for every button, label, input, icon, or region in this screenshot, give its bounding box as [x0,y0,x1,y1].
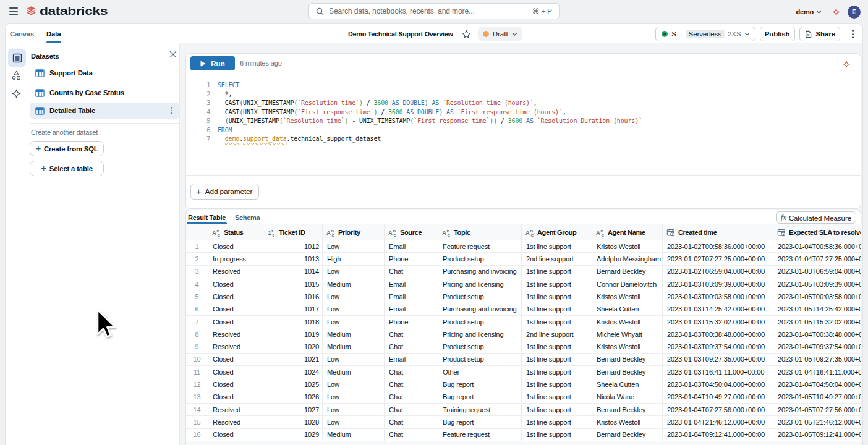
column-header[interactable]: ABCAgent Name [592,224,663,240]
table-row[interactable]: 3Resolved1014LowChatPurchasing and invoi… [186,266,861,278]
dataset-item[interactable]: Detailed Table [30,103,179,119]
line-number: 2 [186,90,210,100]
calculated-measure-button[interactable]: fx Calculated Measure [776,211,856,224]
workspace-switcher[interactable]: demo [796,8,822,15]
column-header-label: Expected SLA to resolve [789,229,861,236]
user-avatar[interactable]: E [848,6,861,19]
table-row[interactable]: 15Resolved1028LowChatBug report1st line … [186,416,861,428]
column-header[interactable]: 123Ticket ID [263,224,323,240]
table-row[interactable]: 13Closed1026LowChatBug report1st line su… [186,391,861,404]
timestamp-type-icon [666,228,675,237]
table-row[interactable]: 6Closed1017LowEmailPurchasing and invoic… [186,303,861,316]
table-cell: Medium [323,328,385,340]
tab-schema[interactable]: Schema [233,210,262,224]
table-cell: Sheela Cutten [592,303,663,315]
table-cell: 1st line support [522,404,592,415]
dataset-item[interactable]: Counts by Case Status [30,83,179,103]
tab-result-table[interactable]: Result Table [187,210,227,224]
assistant-sparkle-icon[interactable] [843,61,850,68]
run-button[interactable]: Run [190,56,235,70]
table-row[interactable]: 11Closed1024MediumChatOther1st line supp… [186,366,861,378]
table-cell: Purchasing and invoicing [438,266,522,278]
table-cell: 2023-01-05T21:46:12.000+00:00 [773,416,861,428]
table-cell: Low [323,378,385,390]
column-header[interactable]: ABCPriority [323,224,385,240]
table-cell: Adolpho Messingham [592,253,663,265]
table-row[interactable]: 5Closed1016LowEmailProduct setup1st line… [186,290,861,303]
share-button[interactable]: Share [799,27,840,41]
table-row[interactable]: 9Resolved1020MediumChatProduct setup1st … [186,341,861,354]
table-cell: Training request [438,404,522,415]
row-number: 12 [186,378,208,390]
code-line: 5 (UNIX_TIMESTAMP(`Resolution time`) - U… [186,117,861,126]
table-cell: Michele Whyatt [592,328,663,340]
table-cell: 2023-01-03T09:27:35.000+00:00 [663,354,773,365]
hamburger-menu-icon[interactable] [9,7,18,15]
table-row[interactable]: 2In progress1013HighPhoneProduct setup2n… [186,253,861,265]
column-header[interactable]: Created time [663,224,773,240]
table-row[interactable]: 7Closed1018LowPhoneProduct setup1st line… [186,316,861,328]
search-shortcut: ⌘ + P [532,7,552,15]
column-header[interactable]: ABCTopic [438,224,522,240]
row-number: 13 [186,391,208,403]
table-row[interactable]: 16Closed1029MediumChatFeature request1st… [186,429,861,441]
table-cell: Bernard Beckley [592,266,663,278]
table-row[interactable]: 1Closed1012LowEmailFeature request1st li… [186,240,861,253]
horizontal-scrollbar[interactable] [186,441,861,445]
table-row[interactable]: 12Closed1025LowChatBug report1st line su… [186,378,861,391]
select-a-table-button[interactable]: +Select a table [30,161,104,176]
favorite-star-icon[interactable] [462,30,471,39]
column-header[interactable]: Expected SLA to resolve [773,224,861,240]
table-cell: 1020 [263,341,323,353]
assistant-sparkle-icon[interactable] [832,8,840,16]
table-cell: 2023-01-04T07:27:56.000+00:00 [663,404,773,415]
rail-datasets-icon[interactable] [8,49,26,67]
table-cell: 2nd line support [522,328,592,340]
dataset-item-menu-icon[interactable] [170,106,174,116]
global-search-input[interactable]: Search data, notebooks, recents, and mor… [308,3,560,19]
table-cell: Other [438,366,522,378]
rail-data-model-icon[interactable] [12,70,21,80]
draft-status-chip[interactable]: Draft [478,27,522,41]
create-from-sql-button[interactable]: +Create from SQL [30,141,104,156]
column-header-label: Source [400,229,422,236]
row-number: 2 [186,253,208,265]
table-cell: 1st line support [522,354,592,365]
code-line: 6FROM [186,126,861,135]
databricks-logo-icon[interactable] [26,6,36,19]
add-parameter-button[interactable]: + Add parameter [190,184,259,200]
rail-sparkle-icon[interactable] [12,89,21,98]
dataset-item[interactable]: Support Data [30,63,179,83]
svg-text:C: C [447,232,450,237]
column-header[interactable]: ABCAgent Group [522,224,592,240]
table-cell: 2023-01-03T16:41:11.000+00:00 [663,366,773,378]
topbar-right-cluster: demo E [796,0,861,23]
table-cell: 2023-01-02T06:59:04.000+00:00 [663,266,773,278]
table-cell: Product setup [438,253,522,265]
table-cell: 2023-01-05T03:09:39.000+00:00 [773,278,861,290]
sql-code[interactable]: 1SELECT2 *,3 CAST(UNIX_TIMESTAMP(`Resolu… [186,81,861,144]
code-text: (UNIX_TIMESTAMP(`Resolution time`) - UNI… [218,117,642,126]
tab-data[interactable]: Data [46,24,61,43]
table-row[interactable]: 10Closed1021LowEmailProduct setup1st lin… [186,354,861,366]
databricks-wordmark: databricks [40,5,108,18]
table-cell: Medium [323,278,385,290]
table-row[interactable]: 14Resolved1027LowChatTraining request1st… [186,404,861,416]
table-cell: 1017 [263,303,323,315]
table-row[interactable]: 4Closed1015MediumEmailPricing and licens… [186,278,861,290]
warehouse-selector[interactable]: S... Serverless 2XS [655,27,755,41]
table-cell: Phone [385,316,438,328]
table-row[interactable]: 8Resolved1019MediumChatPricing and licen… [186,328,861,341]
column-header[interactable]: ABCSource [385,224,438,240]
table-cell: Kristos Westoll [592,416,663,428]
column-header[interactable]: ABCStatus [208,224,263,240]
table-cell: Chat [385,328,438,340]
table-cell: Kristos Westoll [592,290,663,302]
header-overflow-menu-icon[interactable] [848,27,857,41]
row-number: 1 [186,240,208,252]
sidebar-close-icon[interactable] [169,51,177,58]
row-number: 6 [186,303,208,315]
publish-button[interactable]: Publish [760,27,795,41]
dataset-item-label: Detailed Table [49,107,95,114]
tab-canvas[interactable]: Canvas [10,24,34,43]
